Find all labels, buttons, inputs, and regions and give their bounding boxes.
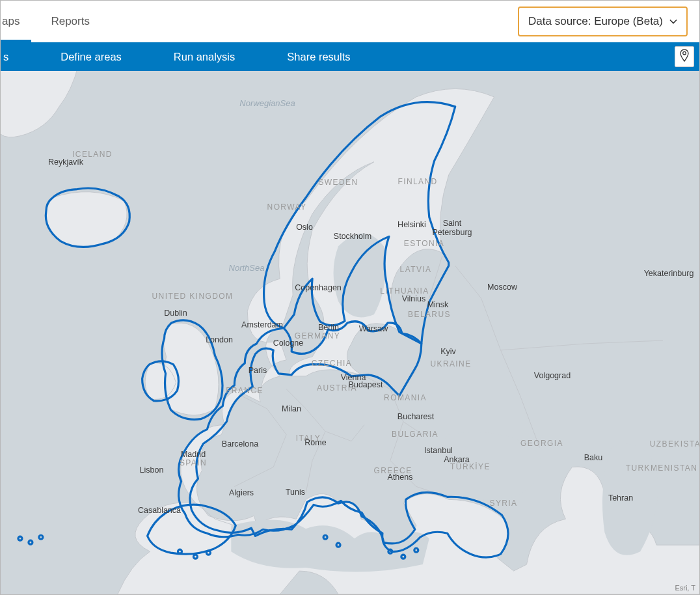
- data-source-dropdown[interactable]: Data source: Europe (Beta): [518, 7, 688, 36]
- map-attribution: Esri, T: [675, 584, 695, 592]
- workflow-step-share-results[interactable]: Share results: [261, 51, 376, 63]
- workflow-bar: s Define areas Run analysis Share result…: [1, 42, 699, 71]
- pin-icon: [679, 49, 690, 64]
- map-pin-button[interactable]: [675, 46, 694, 67]
- data-source-label: Data source: Europe (Beta): [528, 15, 663, 28]
- top-nav: aps Reports Data source: Europe (Beta): [1, 1, 699, 42]
- workflow-step-0[interactable]: s: [1, 51, 34, 63]
- topnav-tabs: aps Reports: [1, 1, 105, 42]
- tab-reports[interactable]: Reports: [35, 1, 105, 42]
- tab-maps[interactable]: aps: [1, 1, 35, 42]
- workflow-step-run-analysis[interactable]: Run analysis: [148, 51, 261, 63]
- map-svg: [1, 71, 699, 594]
- workflow-step-define-areas[interactable]: Define areas: [34, 51, 148, 63]
- chevron-down-icon: [669, 18, 677, 25]
- map-canvas[interactable]: NorwegianSeaNorthSeaICELANDNORWAYSWEDENF…: [1, 71, 699, 594]
